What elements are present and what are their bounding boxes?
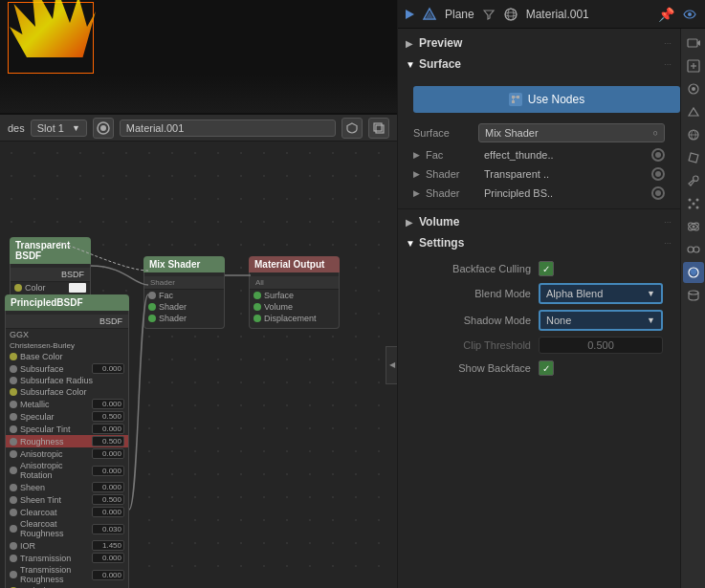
blend-mode-label: Blend Mode: [406, 288, 539, 299]
material-sphere-icon: [503, 7, 518, 22]
svg-point-22: [688, 207, 691, 209]
node-canvas[interactable]: Transparent BSDF BSDF Color: [0, 142, 397, 588]
shader2-sub-prop: ▶ Shader Principled BS..: [398, 184, 680, 203]
surface-section-title: Surface: [419, 57, 461, 71]
nodes-label: Slot 1 des: [8, 122, 25, 134]
clip-threshold-row: Clip Threshold 0.500: [406, 334, 672, 357]
settings-section-body: Backface Culling Blend Mode Alpha Blend …: [398, 253, 680, 383]
fac-sub-prop: ▶ Fac effect_thunde..: [398, 145, 680, 164]
pin-icon[interactable]: 📌: [658, 7, 674, 22]
visibility-icon[interactable]: [682, 7, 697, 22]
show-backface-checkbox[interactable]: [539, 360, 554, 376]
material-properties-icon[interactable]: [683, 262, 704, 283]
preview-collapse-arrow: ▶: [406, 38, 415, 49]
backface-culling-checkbox[interactable]: [539, 261, 554, 276]
svg-rect-2: [376, 125, 384, 133]
surface-section-header[interactable]: ▼ Surface ⋯: [398, 54, 680, 75]
node-material-output[interactable]: Material Output All Surface Volume: [249, 256, 340, 329]
shadow-mode-row: Shadow Mode None ▼: [406, 307, 672, 334]
shadow-mode-dropdown[interactable]: None ▼: [539, 310, 663, 331]
surface-mix-shader-row: Surface Mix Shader ○: [398, 120, 680, 145]
modifier-properties-icon[interactable]: [683, 170, 704, 191]
data-properties-icon[interactable]: [683, 285, 704, 306]
svg-point-7: [508, 9, 514, 20]
clip-threshold-input[interactable]: 0.500: [539, 337, 663, 354]
color-socket: [14, 284, 22, 292]
fac-dot[interactable]: [651, 148, 665, 162]
surface-field-label: Surface: [413, 127, 471, 139]
volume-section-header[interactable]: ▶ Volume ⋯: [398, 211, 680, 232]
shield-icon-btn[interactable]: [341, 118, 363, 139]
node-principled-bsdf[interactable]: PrincipledBSDF BSDF GGX Christensen-Burl…: [5, 294, 129, 588]
svg-rect-3: [374, 123, 382, 131]
shader2-dot[interactable]: [651, 186, 665, 200]
properties-scroll-area[interactable]: ▶ Preview ⋯ ▼ Surface ⋯ Use Nodes Su: [398, 29, 680, 588]
svg-rect-33: [517, 96, 519, 98]
nodes-icon: [509, 93, 522, 106]
show-backface-control: [539, 360, 672, 376]
svg-rect-32: [512, 96, 515, 98]
blend-mode-dropdown[interactable]: Alpha Blend ▼: [539, 283, 663, 304]
settings-section-header[interactable]: ▼ Settings ⋯: [398, 232, 680, 253]
show-backface-label: Show Backface: [406, 362, 539, 374]
node-mix-shader[interactable]: Mix Shader Shader Fac Shader: [143, 256, 225, 329]
render-properties-icon[interactable]: [683, 33, 704, 54]
volume-collapse-arrow: ▶: [406, 217, 415, 228]
shadow-mode-label: Shadow Mode: [406, 315, 539, 326]
node-editor-panel: Slot 1 des Slot 1 ▼ Material.001 Transpa…: [0, 0, 397, 588]
particle-properties-icon[interactable]: [683, 193, 704, 214]
svg-rect-34: [512, 100, 515, 103]
svg-point-21: [695, 199, 698, 202]
blend-mode-control: Alpha Blend ▼: [539, 283, 672, 304]
copy-icon-btn[interactable]: [368, 118, 389, 139]
backface-culling-row: Backface Culling: [406, 257, 672, 280]
breadcrumb-plane: Plane: [445, 8, 474, 21]
panel-collapse-button[interactable]: ◀: [386, 346, 397, 384]
preview-section-header[interactable]: ▶ Preview ⋯: [398, 33, 680, 54]
settings-section-title: Settings: [419, 236, 464, 250]
constraint-properties-icon[interactable]: [683, 239, 704, 260]
use-nodes-button[interactable]: Use Nodes: [413, 86, 680, 113]
svg-point-23: [695, 207, 698, 209]
view-layer-icon[interactable]: [683, 78, 704, 99]
slot-dropdown[interactable]: Slot 1 ▼: [31, 120, 87, 137]
svg-point-31: [689, 291, 698, 294]
svg-point-28: [688, 247, 694, 252]
physics-properties-icon[interactable]: [683, 216, 704, 237]
svg-point-1: [100, 125, 106, 131]
object-properties-icon[interactable]: [683, 147, 704, 168]
surface-collapse-arrow: ▼: [406, 59, 415, 70]
node-transparent-bsdf[interactable]: Transparent BSDF BSDF Color: [10, 237, 91, 298]
use-nodes-label: Use Nodes: [528, 93, 584, 106]
surface-value-dropdown[interactable]: Mix Shader ○: [478, 123, 665, 142]
properties-header: Plane Material.001 📌: [398, 0, 705, 29]
settings-collapse-arrow: ▼: [406, 238, 415, 249]
properties-panel: Plane Material.001 📌: [397, 0, 705, 588]
use-nodes-container: Use Nodes: [398, 78, 680, 120]
material-type-icon[interactable]: [93, 118, 114, 139]
svg-point-9: [688, 12, 692, 16]
breadcrumb-triangle: [406, 10, 414, 19]
properties-icon-sidebar: [680, 29, 705, 588]
svg-point-16: [692, 87, 695, 91]
svg-point-8: [505, 12, 517, 16]
preview-section-title: Preview: [419, 36, 462, 50]
svg-point-29: [694, 247, 699, 252]
shader1-dot[interactable]: [651, 167, 665, 181]
material-dropdown[interactable]: Material.001: [120, 120, 336, 137]
world-properties-icon[interactable]: [683, 124, 704, 145]
shadow-mode-control: None ▼: [539, 310, 672, 331]
color-swatch[interactable]: [69, 283, 86, 293]
blend-mode-row: Blend Mode Alpha Blend ▼: [406, 280, 672, 307]
clip-threshold-label: Clip Threshold: [406, 339, 539, 351]
surface-section-body: Use Nodes Surface Mix Shader ○ ▶ Fac eff…: [398, 75, 680, 207]
svg-point-27: [692, 226, 694, 229]
output-properties-icon[interactable]: [683, 55, 704, 76]
scene-properties-icon[interactable]: [683, 101, 704, 122]
filter-icon: [482, 8, 496, 21]
breadcrumb-material: Material.001: [526, 8, 589, 21]
clip-threshold-control: 0.500: [539, 337, 672, 354]
backface-culling-label: Backface Culling: [406, 263, 539, 274]
svg-point-6: [505, 9, 517, 20]
divider-1: [398, 208, 680, 209]
